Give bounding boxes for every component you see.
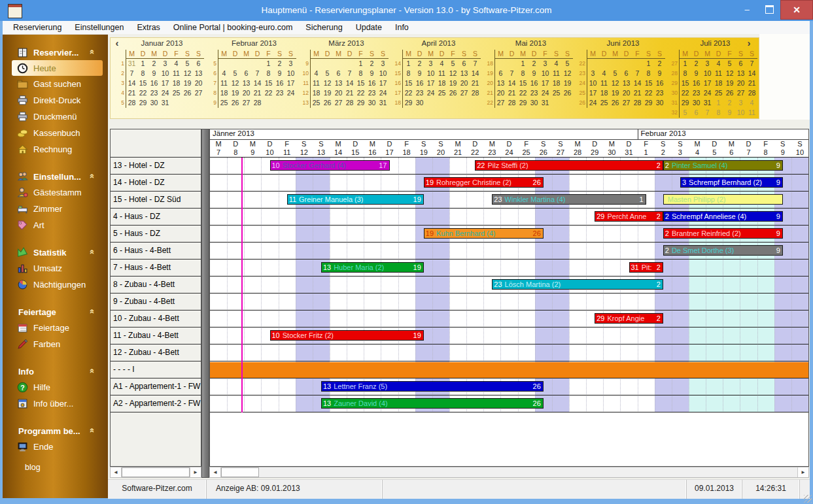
calendar-day[interactable]: 3 bbox=[285, 59, 296, 69]
chevron-up-icon[interactable]: » bbox=[86, 309, 96, 314]
calendar-day[interactable]: 12 bbox=[230, 78, 241, 88]
calendar-day[interactable]: 4 bbox=[436, 59, 447, 69]
calendar-day[interactable]: 17 bbox=[425, 78, 436, 88]
calendar-day[interactable]: 19 bbox=[322, 88, 333, 98]
calendar-day[interactable]: 15 bbox=[643, 78, 654, 88]
reservation-bar[interactable]: 13Huber Maria (2)19 bbox=[321, 262, 424, 273]
chevron-up-icon[interactable]: » bbox=[86, 250, 96, 254]
calendar-day[interactable]: 9 bbox=[414, 69, 425, 78]
sidebar-item-info-über[interactable]: Info über... bbox=[3, 395, 108, 412]
calendar-day[interactable]: 16 bbox=[148, 78, 160, 88]
room-row-label[interactable]: 11 - Zubau - 4-Bett bbox=[111, 328, 201, 344]
gantt-day-number[interactable]: 2 bbox=[655, 148, 672, 157]
calendar-day[interactable]: 17 bbox=[540, 78, 551, 88]
calendar-day[interactable]: 14 bbox=[126, 78, 137, 88]
room-row-label[interactable]: - - - - I bbox=[111, 361, 201, 378]
calendar-day[interactable]: 3 bbox=[377, 59, 389, 69]
calendar-day[interactable]: 15 bbox=[680, 78, 691, 88]
calendar-day[interactable]: 18 bbox=[171, 78, 182, 88]
calendar-day[interactable]: 12 bbox=[562, 69, 573, 78]
room-row-label[interactable]: 7 - Haus - 4-Bett bbox=[111, 260, 201, 277]
calendar-day[interactable]: 26 bbox=[724, 88, 735, 98]
sidebar-item-druckmenü[interactable]: Druckmenü bbox=[3, 109, 108, 125]
reservation-bar[interactable]: 29Kropf Angie2 bbox=[595, 313, 663, 324]
room-row-label[interactable]: 13 - Hotel - DZ bbox=[111, 158, 201, 175]
calendar-day[interactable]: 10 bbox=[702, 69, 713, 78]
calendar-day[interactable]: 9 bbox=[274, 69, 285, 78]
calendar-day[interactable]: 1 bbox=[517, 59, 528, 69]
calendar-day[interactable]: 27 bbox=[458, 88, 470, 98]
calendar-day[interactable]: 7 bbox=[344, 69, 355, 78]
room-row-label[interactable]: 8 - Zubau - 4-Bett bbox=[111, 277, 201, 294]
calendar-day[interactable]: 29 bbox=[355, 98, 366, 108]
calendar-day[interactable]: 3 bbox=[587, 69, 598, 78]
reservation-bar[interactable]: Masten Philipp (2) bbox=[663, 194, 783, 205]
sidebar-item-zimmer[interactable]: Zimmer bbox=[3, 201, 108, 217]
calendar-day[interactable]: 13 bbox=[333, 78, 344, 88]
calendar-day[interactable]: 11 bbox=[171, 69, 182, 78]
sidebar-item-gast-suchen[interactable]: Gast suchen bbox=[3, 76, 108, 92]
calendar-day[interactable]: 29 bbox=[643, 98, 654, 108]
calendar-day[interactable]: 11 bbox=[551, 69, 562, 78]
calendar-day[interactable]: 9 bbox=[691, 69, 702, 78]
calendar-day[interactable]: 16 bbox=[414, 78, 425, 88]
calendar-day[interactable]: 30 bbox=[691, 98, 702, 108]
calendar-day[interactable]: 26 bbox=[447, 88, 458, 98]
calendar-day[interactable]: 2 bbox=[274, 59, 285, 69]
gantt-day-number[interactable]: 14 bbox=[330, 148, 347, 157]
calendar-day[interactable]: 25 bbox=[598, 98, 610, 108]
calendar-day[interactable]: 3 bbox=[160, 59, 171, 69]
calendar-day[interactable]: 18 bbox=[218, 88, 230, 98]
gantt-day-number[interactable]: 4 bbox=[689, 148, 706, 157]
calendar-day[interactable]: 4 bbox=[311, 69, 322, 78]
chevron-up-icon[interactable]: » bbox=[86, 174, 96, 178]
calendar-day[interactable]: 5 bbox=[562, 59, 573, 69]
calendar-day[interactable]: 2 bbox=[414, 59, 425, 69]
calendar-day[interactable]: 12 bbox=[447, 69, 458, 78]
calendar-day[interactable]: 6 bbox=[333, 69, 344, 78]
gantt-day-number[interactable]: 30 bbox=[603, 148, 620, 157]
calendar-day[interactable]: 26 bbox=[230, 98, 241, 108]
calendar-day[interactable]: 5 bbox=[322, 69, 333, 78]
calendar-day[interactable]: 8 bbox=[643, 69, 654, 78]
calendar-day[interactable]: 24 bbox=[160, 88, 171, 98]
calendar-day[interactable]: 8 bbox=[137, 69, 148, 78]
calendar-day[interactable]: 17 bbox=[377, 78, 389, 88]
reservation-bar[interactable]: 22Pilz Steffi (2)2 bbox=[475, 160, 663, 171]
calendar-day[interactable]: 17 bbox=[160, 78, 171, 88]
gantt-hscrollbar[interactable]: ◄ ► bbox=[209, 467, 809, 478]
calendar-day[interactable]: 24 bbox=[587, 98, 598, 108]
reservation-bar[interactable]: 23Lösch Martina (2)2 bbox=[492, 279, 663, 290]
reservation-bar[interactable]: 13Zauner David (4)26 bbox=[321, 398, 544, 409]
calendar-day[interactable]: 15 bbox=[403, 78, 414, 88]
calendar-day[interactable]: 19 bbox=[562, 78, 573, 88]
calendar-day[interactable]: 2 bbox=[366, 59, 377, 69]
calendar-day[interactable]: 22 bbox=[263, 88, 274, 98]
calendar-day[interactable]: 25 bbox=[436, 88, 447, 98]
gantt-day-number[interactable]: 27 bbox=[552, 148, 569, 157]
calendar-day[interactable]: 31 bbox=[160, 98, 171, 108]
reservation-bar[interactable]: 19Rohregger Christine (2)26 bbox=[424, 177, 544, 188]
gantt-day-number[interactable]: 12 bbox=[296, 148, 313, 157]
calendar-day[interactable]: 20 bbox=[241, 88, 252, 98]
calendar-day[interactable]: 1 bbox=[403, 59, 414, 69]
calendar-day[interactable]: 1 bbox=[680, 59, 691, 69]
calendar-day[interactable]: 27 bbox=[735, 88, 746, 98]
calendar-day[interactable]: 6 bbox=[495, 69, 506, 78]
calendar-day[interactable]: 4 bbox=[218, 69, 230, 78]
calendar-day[interactable]: 2 bbox=[654, 59, 665, 69]
calendar-day[interactable]: 27 bbox=[495, 98, 506, 108]
calendar-day[interactable]: 16 bbox=[691, 78, 702, 88]
calendar-day[interactable]: 19 bbox=[610, 88, 621, 98]
reservation-bar[interactable]: 31Pit:2 bbox=[629, 262, 663, 273]
sidebar-item-rechnung[interactable]: Rechnung bbox=[3, 141, 108, 158]
calendar-day[interactable]: 10 bbox=[285, 69, 296, 78]
gantt-day-number[interactable]: 18 bbox=[398, 148, 415, 157]
calendar-day[interactable]: 9 bbox=[528, 69, 540, 78]
calendar-day[interactable]: 27 bbox=[241, 98, 252, 108]
calendar-day[interactable]: 26 bbox=[182, 88, 193, 98]
sidebar-item-hilfe[interactable]: ?Hilfe bbox=[3, 379, 108, 395]
calendar-day[interactable]: 6 bbox=[458, 59, 470, 69]
sidebar-item-art[interactable]: Art bbox=[3, 217, 108, 233]
calendar-day[interactable]: 25 bbox=[171, 88, 182, 98]
